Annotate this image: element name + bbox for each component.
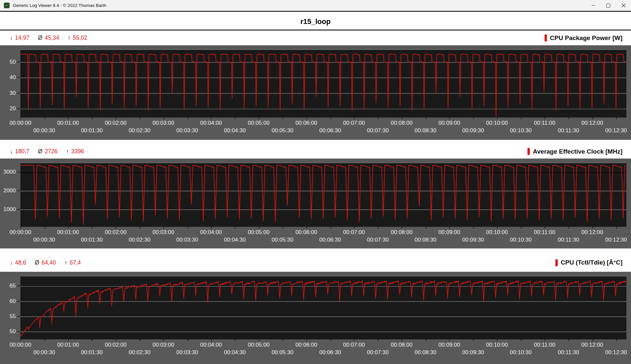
x-axis-label: 00:02:30 [124, 127, 155, 134]
maximize-button[interactable] [601, 0, 616, 11]
x-axis-label: 00:07:00 [338, 342, 370, 348]
x-axis-label: 00:08:00 [386, 120, 417, 126]
x-axis-tick [473, 339, 474, 341]
stat-avg-value: 45,34 [45, 34, 59, 41]
x-axis-tick [116, 117, 116, 119]
x-axis-label: 00:07:30 [362, 237, 394, 243]
x-axis-label: 00:08:30 [410, 127, 441, 134]
chart-stats: ↓48,6 Ø64,40 ↑67,4 [10, 259, 81, 266]
x-axis-tick [497, 339, 498, 341]
x-axis-tick [92, 339, 93, 341]
x-axis-label: 00:03:00 [148, 342, 179, 348]
x-axis-tick [521, 117, 522, 119]
x-axis-tick [116, 339, 116, 341]
x-axis-tick [616, 226, 617, 228]
series-label: Average Effective Clock [MHz] [533, 148, 622, 155]
x-axis-label: 00:02:00 [100, 120, 131, 126]
series-color-bar [555, 259, 558, 266]
app-icon [4, 3, 10, 8]
series-line [21, 54, 626, 117]
x-axis-label: 00:05:30 [267, 127, 298, 134]
x-axis-tick [545, 117, 545, 119]
y-axis-label: 65 [1, 283, 16, 289]
x-axis-label: 00:02:30 [124, 237, 155, 243]
y-axis-tick [17, 172, 20, 172]
plot-area[interactable] [20, 50, 626, 118]
x-axis-label: 00:09:30 [457, 237, 489, 243]
x-axis-tick [354, 117, 355, 119]
x-axis-tick [163, 226, 164, 228]
x-axis-label: 00:08:30 [410, 349, 441, 356]
x-axis-label: 00:12:00 [576, 229, 608, 236]
x-axis-label: 00:10:30 [505, 349, 537, 356]
y-axis-label: 55 [1, 313, 16, 320]
stat-min: ↓180,7 [10, 148, 30, 155]
y-axis-tick [17, 301, 20, 302]
y-axis-label: 50 [1, 59, 16, 65]
maximize-icon [606, 4, 610, 8]
chart-svg [20, 163, 626, 227]
x-axis-tick [378, 226, 379, 228]
y-axis-tick [17, 93, 20, 94]
minimize-button[interactable] [586, 0, 601, 11]
x-axis-label: 00:06:30 [315, 127, 346, 134]
x-axis-label: 00:01:00 [52, 120, 84, 126]
stat-max: ↑3396 [66, 148, 84, 155]
x-axis-tick [259, 339, 259, 341]
plot-area[interactable] [20, 276, 626, 339]
x-axis-label: 00:08:00 [386, 342, 417, 348]
x-axis-label: 00:11:30 [553, 349, 584, 356]
x-axis-tick [283, 117, 283, 119]
x-axis-label: 00:06:00 [291, 229, 322, 236]
x-axis-tick [449, 339, 450, 341]
x-axis-tick [449, 117, 450, 119]
stat-avg: Ø2726 [38, 148, 58, 155]
y-axis-tick [17, 62, 20, 62]
x-axis-label: 00:05:30 [267, 349, 298, 356]
stat-min: ↓48,6 [10, 259, 26, 266]
x-axis-tick [378, 117, 379, 119]
close-button[interactable] [616, 0, 631, 11]
y-axis-label: 30 [1, 90, 16, 96]
x-axis-label: 00:12:00 [576, 342, 608, 348]
x-axis-tick [306, 226, 307, 228]
stat-max: ↑67,4 [64, 259, 81, 266]
min-arrow-icon: ↓ [10, 148, 13, 155]
x-axis-label: 00:02:00 [100, 342, 131, 348]
x-axis-tick [330, 339, 331, 341]
series-line [21, 165, 625, 225]
x-axis-label: 00:06:00 [291, 342, 322, 348]
x-axis-tick [306, 339, 307, 341]
x-axis-tick [44, 226, 45, 228]
x-axis-tick [545, 226, 545, 228]
x-axis-tick [283, 226, 283, 228]
avg-icon: Ø [35, 259, 39, 266]
stat-min-value: 14,97 [15, 34, 30, 41]
x-axis-tick [140, 339, 140, 341]
x-axis-label: 00:07:00 [338, 229, 370, 236]
x-axis-label: 00:11:00 [529, 120, 560, 126]
x-axis-tick [497, 117, 498, 119]
x-axis-label: 00:00:00 [5, 342, 36, 348]
x-axis-label: 00:07:30 [362, 349, 394, 356]
x-axis-tick [616, 117, 617, 119]
x-axis-tick [20, 117, 21, 119]
plot-area[interactable] [20, 163, 626, 227]
x-axis-tick [592, 117, 593, 119]
x-axis-tick [211, 339, 212, 341]
x-axis-label: 00:09:00 [433, 342, 465, 348]
x-axis-label: 00:09:30 [457, 127, 489, 134]
stat-min-value: 48,6 [15, 259, 26, 266]
x-axis-label: 00:00:30 [29, 349, 60, 356]
y-axis-label: 2000 [1, 187, 16, 194]
x-axis-tick [44, 339, 45, 341]
y-axis-label: 20 [1, 105, 16, 112]
series-legend: Average Effective Clock [MHz] [527, 148, 622, 155]
x-axis-tick [20, 226, 21, 228]
x-axis-tick [402, 339, 402, 341]
x-axis-label: 00:05:00 [243, 120, 274, 126]
stat-max-value: 3396 [71, 148, 84, 155]
chart-svg [20, 50, 626, 118]
x-axis-label: 00:09:30 [457, 349, 489, 356]
x-axis-label: 00:07:30 [362, 127, 394, 134]
